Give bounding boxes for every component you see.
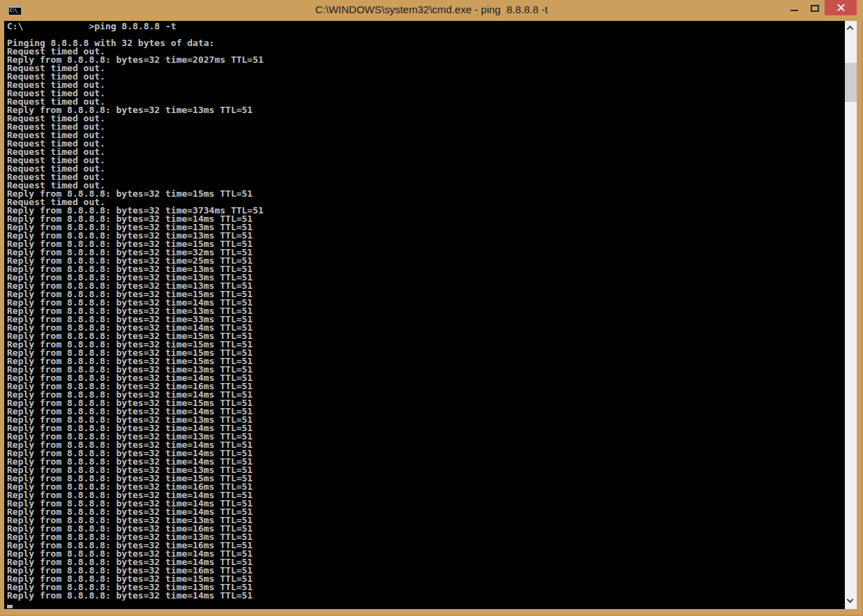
terminal-line: Request timed out. [7, 114, 845, 123]
window-title: C:\WINDOWS\system32\cmd.exe - ping 8.8.8… [0, 0, 863, 21]
terminal-line: C:\ >ping 8.8.8.8 -t [7, 22, 845, 31]
terminal-line: Pinging 8.8.8.8 with 32 bytes of data: [7, 39, 845, 47]
terminal-line: Request timed out. [7, 73, 845, 81]
chevron-up-icon [847, 26, 854, 33]
scrollbar-thumb[interactable] [845, 63, 857, 102]
maximize-icon [811, 5, 819, 12]
terminal-line: Request timed out. [7, 173, 845, 181]
minimize-icon [790, 10, 798, 11]
maximize-button[interactable] [804, 0, 825, 15]
terminal-line: Reply from 8.8.8.8: bytes=32 time=13ms T… [7, 106, 845, 114]
terminal-line: Request timed out. [7, 89, 845, 98]
close-button[interactable] [825, 0, 857, 15]
terminal-line: Request timed out. [7, 156, 845, 165]
terminal-line: Request timed out. [7, 165, 845, 173]
terminal-line: Reply from 8.8.8.8: bytes=32 time=15ms T… [7, 190, 845, 198]
close-icon [837, 4, 845, 12]
title-bar[interactable]: C:\_ C:\WINDOWS\system32\cmd.exe - ping … [0, 0, 863, 21]
terminal-line: Reply from 8.8.8.8: bytes=32 time=14ms T… [7, 592, 845, 600]
cmd-window: C:\_ C:\WINDOWS\system32\cmd.exe - ping … [0, 0, 863, 616]
window-controls [784, 0, 857, 15]
terminal-line: Reply from 8.8.8.8: bytes=32 time=2027ms… [7, 56, 845, 64]
terminal-line: Request timed out. [7, 140, 845, 148]
vertical-scrollbar[interactable] [845, 21, 857, 609]
terminal-line: Request timed out. [7, 131, 845, 140]
minimize-button[interactable] [784, 0, 804, 15]
scroll-up-button[interactable] [845, 22, 857, 34]
terminal-line: Request timed out. [7, 64, 845, 73]
terminal-screen[interactable]: C:\ >ping 8.8.8.8 -tPinging 8.8.8.8 with… [4, 21, 845, 609]
terminal-line: Request timed out. [7, 81, 845, 89]
terminal-line: Request timed out. [7, 123, 845, 131]
chevron-down-icon [847, 596, 854, 603]
scroll-down-button[interactable] [845, 596, 857, 608]
terminal-line: Request timed out. [7, 148, 845, 156]
terminal-output: C:\ >ping 8.8.8.8 -tPinging 8.8.8.8 with… [7, 22, 845, 600]
terminal-cursor [7, 605, 13, 608]
